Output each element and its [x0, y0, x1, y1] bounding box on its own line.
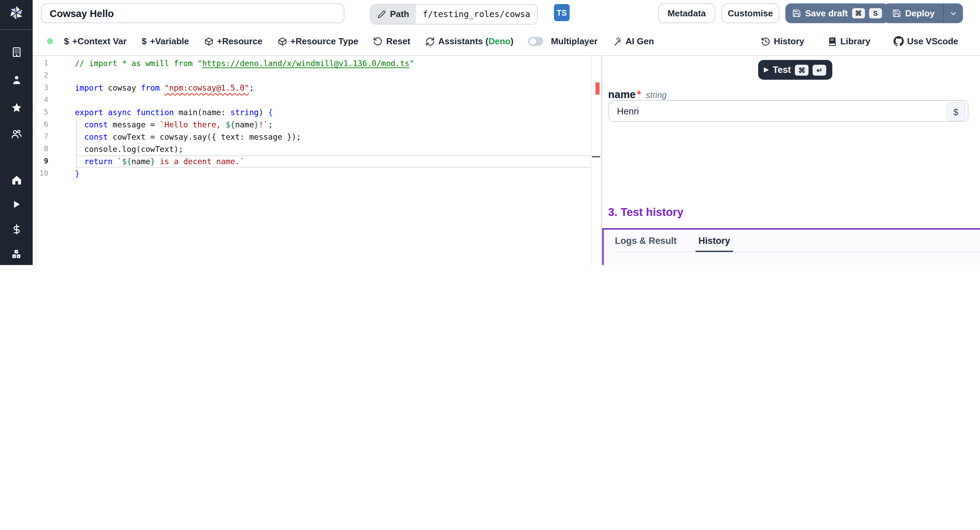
ai-gen-button[interactable]: AI Gen	[612, 36, 654, 46]
required-asterisk: *	[637, 89, 641, 101]
sidebar-item-users[interactable]	[0, 125, 33, 143]
rotate-ccw-icon	[373, 37, 383, 46]
wand-icon	[612, 37, 622, 46]
add-context-var-button[interactable]: $ +Context Var	[64, 36, 127, 46]
path-value[interactable]: f/testing_roles/cowsa	[416, 5, 537, 24]
add-resource-button[interactable]: +Resource	[204, 36, 263, 46]
code-token: main(name:	[174, 108, 231, 117]
test-button[interactable]: ▶ Test ⌘ ↵	[758, 60, 832, 80]
code-text: // import * as wmill from "https://deno.…	[75, 57, 601, 69]
test-history-title: 3. Test history	[608, 206, 683, 219]
dollar-icon: $	[953, 107, 958, 117]
insert-variable-button[interactable]: $	[946, 102, 966, 121]
history-clock-icon	[761, 37, 770, 46]
code-token: ;	[249, 83, 254, 93]
code-line-4[interactable]: 4	[33, 94, 601, 106]
arg-name-input[interactable]	[608, 100, 968, 122]
sidebar-item-home[interactable]	[0, 171, 33, 189]
dollar-icon: $	[64, 36, 69, 46]
boxes-icon	[10, 248, 22, 260]
code-token: name	[235, 120, 254, 129]
history-label: History	[774, 36, 804, 46]
script-name-input[interactable]	[41, 3, 344, 23]
edit-path-button[interactable]: Path	[371, 5, 416, 24]
enter-key-badge: ↵	[813, 64, 826, 75]
save-icon	[892, 9, 901, 18]
sidebar-item-building[interactable]	[0, 43, 33, 61]
add-variable-button[interactable]: $ +Variable	[142, 36, 189, 46]
code-token: import	[75, 83, 103, 93]
code-line-9[interactable]: 9 return `${name} is a decent name.`	[33, 155, 601, 168]
code-line-1[interactable]: 1// import * as wmill from "https://deno…	[33, 57, 601, 69]
history-button[interactable]: History	[761, 36, 804, 46]
users-icon	[10, 128, 22, 140]
sidebar-item-play[interactable]	[0, 196, 33, 213]
path-group: Path f/testing_roles/cowsa	[370, 4, 538, 24]
building-icon	[11, 46, 22, 57]
deploy-dropdown-button[interactable]	[944, 3, 963, 23]
save-icon	[792, 9, 801, 18]
home-icon	[11, 174, 22, 186]
reset-button[interactable]: Reset	[373, 36, 410, 46]
deploy-button[interactable]: Deploy	[883, 3, 943, 23]
assistants-label: Assistants (Deno)	[438, 36, 514, 46]
code-text: const message = `Hello there, ${name}!`;	[75, 118, 601, 131]
code-text	[75, 69, 601, 82]
code-token: cowText = cowsay.say({ text: message });	[108, 132, 301, 142]
use-vscode-button[interactable]: Use VScode	[894, 36, 958, 46]
code-token: {	[268, 108, 273, 117]
code-token: // import * as wmill from "	[75, 59, 202, 68]
ai-gen-label: AI Gen	[625, 36, 654, 46]
code-text: }	[75, 168, 601, 180]
multiplayer-toggle[interactable]	[528, 37, 543, 46]
code-token: name	[131, 157, 150, 166]
code-token: }	[150, 157, 155, 166]
code-line-7[interactable]: 7 const cowText = cowsay.say({ text: mes…	[33, 131, 601, 143]
save-draft-button[interactable]: Save draft ⌘ S	[785, 3, 889, 23]
code-token: "	[409, 59, 414, 68]
code-line-2[interactable]: 2	[33, 69, 601, 82]
code-editor[interactable]: 1// import * as wmill from "https://deno…	[33, 56, 601, 265]
chevron-down-icon	[950, 9, 958, 18]
metadata-button[interactable]: Metadata	[658, 3, 715, 23]
add-resource-type-button[interactable]: +Resource Type	[277, 36, 358, 46]
code-token: "npm:cowsay@1.5.0"	[164, 83, 249, 93]
windmill-logo[interactable]	[0, 3, 33, 23]
pencil-icon	[378, 10, 386, 18]
overview-ruler[interactable]	[591, 56, 601, 265]
code-line-3[interactable]: 3import cowsay from "npm:cowsay@1.5.0";	[33, 82, 601, 94]
book-icon	[827, 37, 837, 46]
windmill-script-editor: Path f/testing_roles/cowsa TS Metadata C…	[0, 0, 980, 265]
code-text: console.log(cowText);	[75, 143, 601, 155]
toolbar-right: History Library Use VScode	[761, 27, 958, 55]
tab-logs-result[interactable]: Logs & Result	[615, 236, 677, 251]
editor-toolbar: $ +Context Var $ +Variable +Resource +Re…	[33, 27, 980, 55]
topbar: Path f/testing_roles/cowsa TS Metadata C…	[33, 0, 980, 27]
library-button[interactable]: Library	[827, 36, 870, 46]
sidebar	[0, 0, 33, 265]
path-label: Path	[390, 9, 409, 19]
context-var-label: +Context Var	[72, 36, 127, 46]
code-line-6[interactable]: 6 const message = `Hello there, ${name}!…	[33, 118, 601, 131]
code-text: const cowText = cowsay.say({ text: messa…	[75, 131, 601, 143]
tab-history[interactable]: History	[696, 236, 733, 252]
arg-name: name	[608, 89, 636, 101]
assistants-button[interactable]: Assistants (Deno)	[425, 36, 514, 46]
resource-label: +Resource	[217, 36, 263, 46]
code-line-10[interactable]: 10}	[33, 168, 601, 180]
dollar-icon	[11, 223, 22, 235]
windmill-pinwheel-icon	[8, 4, 25, 22]
code-line-5[interactable]: 5export async function main(name: string…	[33, 106, 601, 118]
customise-button[interactable]: Customise	[721, 3, 779, 23]
error-marker	[595, 82, 600, 95]
sidebar-item-boxes[interactable]	[0, 245, 33, 263]
vscode-label: Use VScode	[907, 36, 958, 46]
code-text: export async function main(name: string)…	[75, 106, 601, 118]
code-line-8[interactable]: 8 console.log(cowText);	[33, 143, 601, 155]
sidebar-item-star[interactable]	[0, 99, 33, 117]
sidebar-item-user[interactable]	[0, 71, 33, 89]
code-token: from	[141, 83, 159, 93]
code-lines: 1// import * as wmill from "https://deno…	[33, 57, 601, 180]
package-icon	[204, 37, 214, 46]
sidebar-item-dollar[interactable]	[0, 220, 33, 238]
